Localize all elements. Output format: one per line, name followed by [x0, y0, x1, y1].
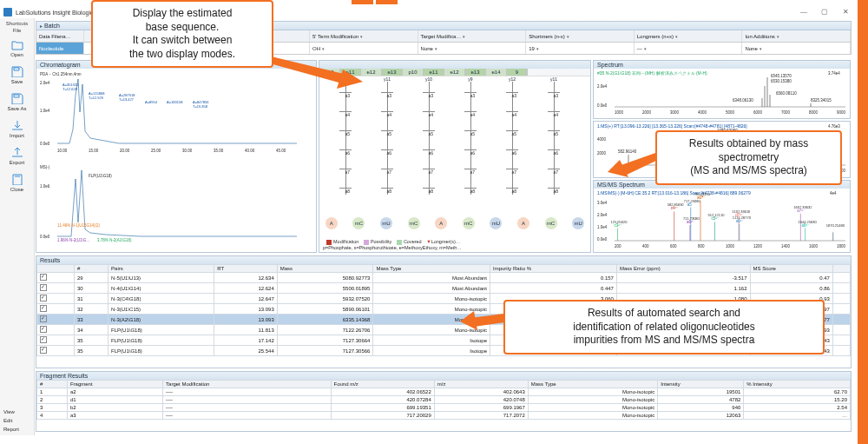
seq-column-y11: y11a3a4a5a6a7a8 [377, 76, 398, 200]
results-col-8[interactable]: MS Score [750, 265, 832, 273]
batch-value-3[interactable]: — [635, 43, 743, 54]
batch-value-4[interactable]: None [742, 43, 851, 54]
svg-marker-121 [337, 70, 363, 89]
row-checkbox[interactable] [40, 347, 47, 354]
svg-text:6348.06130: 6348.06130 [733, 98, 753, 103]
batch-value-1[interactable]: None [418, 43, 527, 54]
svg-text:4000: 4000 [597, 137, 607, 142]
svg-text:1:MS/MS(-) [M-6H] CE:35.2 RT:[: 1:MS/MS(-) [M-6H] CE:35.2 RT:[13.016-13.… [597, 190, 751, 195]
results-header[interactable]: Results [36, 256, 851, 264]
fragment-row[interactable]: 2d1----420.07284420.0748Mono-isotopic478… [37, 396, 851, 404]
row-checkbox[interactable] [40, 326, 47, 333]
results-col-0[interactable] [37, 265, 75, 273]
fragments-col-5[interactable]: Mass Type [528, 381, 658, 388]
sidebar-section-view[interactable]: View [0, 408, 35, 416]
svg-text:1.0e4: 1.0e4 [40, 109, 50, 113]
base-A: A [326, 217, 338, 229]
fragments-col-0[interactable]: # [37, 381, 68, 388]
row-checkbox[interactable] [40, 305, 47, 312]
sidebar-item-save[interactable]: Save [0, 61, 34, 88]
batch-header-1[interactable]: Target Modifica… [418, 30, 527, 42]
svg-text:40.00: 40.00 [245, 149, 255, 153]
svg-text:796.13450: 796.13450 [694, 192, 711, 196]
svg-text:582.85690: 582.85690 [667, 202, 685, 207]
window-close-button[interactable]: ✕ [835, 5, 856, 17]
sidebar-item-open[interactable]: Open [0, 34, 34, 61]
batch-header-0[interactable]: 5' Term Modification [310, 30, 418, 42]
svg-text:1111.28770: 1111.28770 [733, 215, 752, 220]
svg-text:T=19.358: T=19.358 [193, 104, 208, 109]
row-checkbox[interactable] [40, 284, 47, 291]
fragment-row[interactable]: 1a2----402.06522402.0643Mono-isotopic195… [37, 388, 851, 396]
fragments-col-1[interactable]: Fragment [67, 381, 162, 388]
results-col-5[interactable]: Mass Type [373, 265, 490, 273]
svg-text:1107.33610: 1107.33610 [732, 209, 751, 214]
fragments-col-7[interactable]: % Intensity [744, 381, 851, 388]
batch-header-2[interactable]: Shortmers (n-x) [526, 30, 635, 42]
sidebar-item-export[interactable]: Export [0, 142, 34, 169]
seq-index-e12: e12 [444, 69, 465, 76]
batch-value-0[interactable]: OH [310, 43, 418, 54]
results-col-1[interactable]: # [74, 265, 108, 273]
seq-column-y10: y10a3a4a5a6a7a8 [418, 76, 439, 200]
batch-row-sel[interactable]: Nucleotide [36, 43, 84, 54]
svg-text:A=8954: A=8954 [145, 100, 158, 104]
fragment-row[interactable]: 4a3----717.20029717.2072Mono-isotopic120… [37, 412, 851, 420]
svg-text:4e4: 4e4 [830, 191, 837, 195]
fragments-col-3[interactable]: Found m/z [331, 381, 434, 388]
spectrum-chart-1: #35 N-2(G1\G18) 非同一(MH) 解析済みスペクトル (M-H) … [594, 69, 852, 117]
results-col-6[interactable]: Impurity Ratio % [490, 265, 617, 273]
sidebar-item-import[interactable]: Import [0, 115, 34, 142]
results-col-4[interactable]: Mass [277, 265, 373, 273]
svg-text:35.00: 35.00 [214, 149, 224, 153]
sidebar-section-edit[interactable]: Edit [0, 416, 35, 425]
spectrum-header[interactable]: Spectrum [594, 61, 850, 69]
svg-text:30.00: 30.00 [182, 149, 193, 153]
batch-value-2[interactable]: 19 [526, 43, 635, 54]
batch-col-datafile: Data Filena… [36, 30, 84, 42]
sidebar-item-save-as[interactable]: Save As [0, 88, 34, 115]
fragment-table[interactable]: #FragmentTarget ModificationFound m/zm/z… [36, 380, 851, 420]
chromatogram-panel: Chromatogram PDA・Ch1 254nm,4nm 2.0e4 1.0… [36, 60, 317, 253]
fragment-header[interactable]: Fragment Results [36, 372, 851, 380]
save-icon [10, 64, 25, 78]
batch-header-4[interactable]: Ion Additions [742, 30, 851, 42]
fragments-col-6[interactable]: Intensity [658, 381, 744, 388]
fragments-col-2[interactable]: Target Modification [163, 381, 331, 388]
results-col-7[interactable]: Mass Error (ppm) [616, 265, 750, 273]
fragment-row[interactable]: 3b2----699.19351699.1967Mono-isotopic940… [37, 404, 851, 412]
results-col-3[interactable]: RT [214, 265, 278, 273]
svg-text:5000: 5000 [726, 110, 735, 115]
svg-text:1600: 1600 [809, 244, 819, 249]
svg-text:3.78% N-2(A1\G18): 3.78% N-2(A1\G18) [97, 238, 132, 242]
window-minimize-button[interactable]: — [793, 5, 814, 17]
svg-text:A=100158: A=100158 [167, 100, 183, 104]
row-checkbox[interactable] [40, 315, 47, 322]
results-row[interactable]: 30N-4(U1\G14)12.6245500.01895Most Abunda… [37, 283, 851, 294]
svg-text:3.74e4: 3.74e4 [828, 71, 840, 76]
svg-text:1800: 1800 [837, 244, 846, 249]
base-mC: mC [352, 217, 365, 229]
batch-header-3[interactable]: Longmers (n+x) [635, 30, 743, 42]
window-maximize-button[interactable]: ▢ [814, 5, 835, 17]
svg-text:1.0e6: 1.0e6 [40, 184, 50, 189]
results-col-9[interactable] [832, 265, 850, 273]
results-row[interactable]: 29N-5(U1\U13)12.6345080.92773Most Abunda… [37, 273, 851, 283]
sequence-legend: Modification Possibility Covered ▼Longme… [323, 239, 462, 250]
svg-text:1000: 1000 [615, 110, 624, 115]
sidebar-item-close[interactable]: Close [0, 169, 34, 195]
svg-text:1400: 1400 [781, 244, 791, 249]
row-checkbox[interactable] [40, 336, 47, 343]
svg-text:6560.08110: 6560.08110 [776, 91, 797, 96]
spectrum-panel: Spectrum #35 N-2(G1\G18) 非同一(MH) 解析済みスペク… [593, 60, 851, 119]
results-col-2[interactable]: Pairs [108, 265, 214, 273]
fragments-col-4[interactable]: m/z [434, 381, 528, 388]
svg-text:10.00: 10.00 [57, 149, 68, 153]
svg-text:4.76e3: 4.76e3 [828, 124, 840, 129]
svg-text:1870.25480: 1870.25480 [826, 223, 845, 228]
row-checkbox[interactable] [40, 295, 47, 302]
seq-index-9: 9 [507, 69, 528, 76]
row-checkbox[interactable] [40, 274, 47, 281]
sidebar-section-report[interactable]: Report [0, 425, 35, 434]
svg-text:600: 600 [670, 244, 677, 249]
